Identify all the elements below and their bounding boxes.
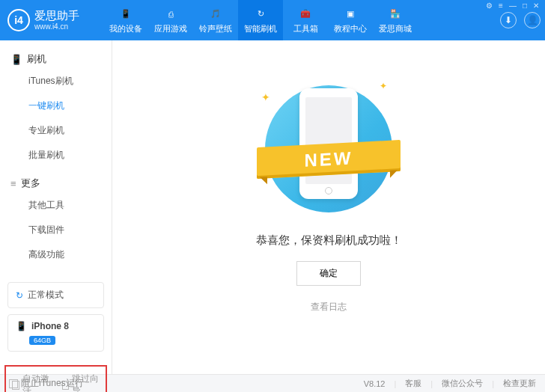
app-name: 爱思助手	[34, 10, 79, 22]
sidebar-item-pro-flash[interactable]: 专业刷机	[10, 118, 101, 143]
checkbox-icon	[9, 379, 18, 388]
status-bar: 阻止iTunes运行 V8.12 | 客服 | 微信公众号 | 检查更新	[0, 374, 545, 392]
tutorial-icon: ▣	[343, 7, 358, 22]
sidebar-group-more: ≡ 更多	[10, 174, 101, 193]
top-nav: 📱我的设备 ⎙应用游戏 🎵铃声壁纸 ↻智能刷机 🧰工具箱 ▣教程中心 🏪爱思商城	[103, 0, 418, 40]
tab-tutorials[interactable]: ▣教程中心	[328, 0, 373, 40]
view-log-link[interactable]: 查看日志	[311, 301, 347, 313]
download-icon[interactable]: ⬇	[500, 12, 517, 28]
tab-smart-flash[interactable]: ↻智能刷机	[238, 0, 283, 40]
close-button[interactable]: ✕	[532, 1, 541, 10]
window-controls: ⚙ ≡ — □ ✕	[484, 1, 541, 10]
phone-icon: 📱	[10, 54, 22, 65]
main-content: ✦ ✦ NEW 恭喜您，保资料刷机成功啦！ 确定 查看日志	[112, 40, 545, 374]
success-illustration: ✦ ✦ NEW	[254, 78, 404, 220]
success-message: 恭喜您，保资料刷机成功啦！	[256, 233, 402, 248]
list-icon: ≡	[10, 178, 16, 189]
wechat-link[interactable]: 微信公众号	[442, 378, 483, 389]
maximize-button[interactable]: □	[521, 1, 529, 10]
app-logo: i4 爱思助手 www.i4.cn	[7, 9, 103, 31]
logo-icon: i4	[7, 9, 30, 31]
storage-badge: 64GB	[29, 336, 55, 345]
device-mode[interactable]: ↻ 正常模式	[7, 282, 104, 308]
tab-apps-games[interactable]: ⎙应用游戏	[148, 0, 193, 40]
sidebar-group-flash: 📱 刷机	[10, 49, 101, 69]
device-name: iPhone 8	[31, 321, 69, 331]
store-icon: 🏪	[388, 7, 403, 22]
minimize-button[interactable]: —	[508, 1, 518, 10]
block-itunes-checkbox[interactable]: 阻止iTunes运行	[9, 377, 84, 390]
phone-icon: 📱	[118, 7, 133, 22]
toolbox-icon: 🧰	[298, 7, 313, 22]
sidebar-item-advanced[interactable]: 高级功能	[10, 242, 101, 267]
tab-store[interactable]: 🏪爱思商城	[373, 0, 418, 40]
tab-toolbox[interactable]: 🧰工具箱	[283, 0, 328, 40]
header-actions: ⬇ 👤	[500, 12, 541, 28]
music-icon: 🎵	[208, 7, 223, 22]
sparkle-icon: ✦	[380, 81, 387, 91]
phone-icon: 📱	[16, 321, 27, 331]
sparkle-icon: ✦	[261, 91, 270, 103]
user-icon[interactable]: 👤	[524, 12, 541, 28]
sync-icon: ↻	[16, 290, 23, 301]
ok-button[interactable]: 确定	[296, 261, 361, 286]
sidebar-item-one-click-flash[interactable]: 一键刷机	[10, 94, 101, 118]
tab-my-device[interactable]: 📱我的设备	[103, 0, 148, 40]
apps-icon: ⎙	[163, 7, 178, 22]
sidebar-item-download-firmware[interactable]: 下载固件	[10, 218, 101, 242]
app-url: www.i4.cn	[34, 22, 79, 31]
support-link[interactable]: 客服	[405, 378, 421, 389]
app-header: i4 爱思助手 www.i4.cn 📱我的设备 ⎙应用游戏 🎵铃声壁纸 ↻智能刷…	[0, 0, 545, 40]
sidebar-item-other-tools[interactable]: 其他工具	[10, 193, 101, 218]
sidebar: 📱 刷机 iTunes刷机 一键刷机 专业刷机 批量刷机 ≡ 更多 其他工具 下…	[0, 40, 112, 374]
device-info[interactable]: 📱 iPhone 8 64GB	[7, 314, 104, 352]
sidebar-item-itunes-flash[interactable]: iTunes刷机	[10, 69, 101, 94]
refresh-icon: ↻	[253, 7, 268, 22]
mode-label: 正常模式	[28, 289, 64, 301]
settings-icon[interactable]: ⚙	[484, 1, 494, 10]
version-label: V8.12	[364, 379, 386, 388]
sidebar-item-batch-flash[interactable]: 批量刷机	[10, 143, 101, 168]
tab-ringtones[interactable]: 🎵铃声壁纸	[193, 0, 238, 40]
menu-icon[interactable]: ≡	[497, 1, 505, 10]
check-update-link[interactable]: 检查更新	[503, 378, 536, 389]
